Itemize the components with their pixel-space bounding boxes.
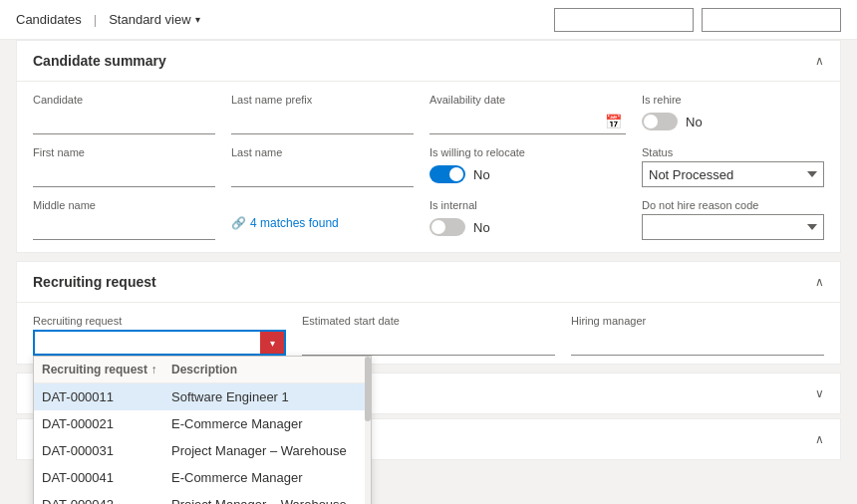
- dropdown-list-item[interactable]: DAT-000041E-Commerce Manager: [34, 464, 371, 491]
- is-willing-toggle-knob: [449, 167, 463, 181]
- is-internal-value: No: [473, 220, 490, 235]
- view-label: Standard view: [109, 12, 190, 27]
- sort-icon: ↑: [150, 363, 156, 377]
- top-bar: Candidates | Standard view ▾: [0, 0, 857, 40]
- is-internal-toggle-knob: [431, 220, 445, 234]
- candidate-summary-header[interactable]: Candidate summary ∧: [17, 41, 840, 82]
- is-internal-toggle[interactable]: [429, 218, 465, 236]
- dropdown-item-id: DAT-000041: [42, 470, 171, 485]
- col-header-description: Description: [171, 363, 363, 377]
- hiring-manager-label: Hiring manager: [571, 315, 824, 327]
- is-internal-label: Is internal: [429, 199, 626, 211]
- middle-name-field: Middle name: [33, 199, 215, 240]
- recruiting-request-input-wrapper: ▾: [33, 330, 286, 356]
- view-selector[interactable]: Standard view ▾: [109, 12, 199, 27]
- search-input-1[interactable]: [554, 8, 694, 32]
- dropdown-list-item[interactable]: DAT-000021E-Commerce Manager: [34, 410, 371, 437]
- is-rehire-value: No: [686, 115, 703, 129]
- recruiting-request-header[interactable]: Recruiting request ∧: [17, 262, 840, 303]
- dropdown-item-description: Software Engineer 1: [171, 389, 363, 404]
- estimated-start-input[interactable]: [302, 330, 555, 356]
- recruiting-request-dropdown-list: Recruiting request ↑ Description DAT-000…: [33, 356, 372, 504]
- dropdown-chevron-icon: ▾: [270, 338, 275, 349]
- recruiting-request-title: Recruiting request: [33, 274, 156, 290]
- recruiting-request-toggle-icon: ∧: [815, 275, 824, 289]
- hiring-manager-field: Hiring manager: [571, 315, 824, 356]
- availability-date-input[interactable]: 11/20/2020 12:00:00 AM: [433, 114, 601, 128]
- dropdown-item-id: DAT-000042: [42, 497, 171, 504]
- is-internal-field: Is internal No: [429, 199, 626, 240]
- dropdown-list-item[interactable]: DAT-000011Software Engineer 1: [34, 383, 371, 410]
- recruiting-request-section: Recruiting request ∧ Recruiting request …: [16, 261, 841, 365]
- dropdown-scrollbar-thumb: [365, 357, 371, 421]
- is-rehire-toggle[interactable]: [642, 113, 678, 130]
- availability-date-label: Availability date: [429, 94, 626, 106]
- estimated-start-field: Estimated start date: [302, 315, 555, 356]
- status-label: Status: [642, 146, 824, 158]
- do-not-hire-label: Do not hire reason code: [642, 199, 824, 211]
- dropdown-list-item[interactable]: DAT-000031Project Manager – Warehouse: [34, 437, 371, 464]
- last-name-input[interactable]: Kennedy: [231, 161, 414, 187]
- is-willing-toggle[interactable]: [429, 165, 465, 183]
- calendar-icon[interactable]: 📅: [605, 114, 622, 129]
- estimated-start-label: Estimated start date: [302, 315, 555, 327]
- candidate-summary-section: Candidate summary ∧ Candidate Last name …: [16, 40, 841, 253]
- col-header-request: Recruiting request ↑: [42, 363, 171, 377]
- page-title: Candidates: [16, 12, 82, 27]
- candidate-summary-form: Candidate Last name prefix Availability …: [17, 82, 840, 252]
- dropdown-items-container: DAT-000011Software Engineer 1DAT-000021E…: [34, 383, 371, 504]
- matches-link[interactable]: 🔗 4 matches found: [231, 216, 414, 230]
- recruiting-request-dropdown-button[interactable]: ▾: [260, 332, 284, 354]
- is-willing-field: Is willing to relocate No: [429, 146, 626, 187]
- dropdown-item-description: Project Manager – Warehouse: [171, 497, 363, 504]
- dropdown-item-description: Project Manager – Warehouse: [171, 443, 363, 458]
- view-chevron-icon: ▾: [195, 14, 200, 25]
- recruiting-request-input[interactable]: [35, 336, 260, 351]
- recruiting-request-label: Recruiting request: [33, 315, 286, 327]
- is-rehire-toggle-knob: [644, 115, 658, 128]
- do-not-hire-field: Do not hire reason code: [642, 199, 824, 240]
- do-not-hire-select[interactable]: [642, 214, 824, 240]
- recruiting-request-field: Recruiting request ▾ Recruiting request …: [33, 315, 286, 356]
- candidate-summary-title: Candidate summary: [33, 53, 166, 69]
- dropdown-scrollbar[interactable]: [365, 357, 371, 504]
- status-field: Status Not Processed: [642, 146, 824, 187]
- middle-name-label: Middle name: [33, 199, 215, 211]
- section-below-2-toggle-icon: ∧: [815, 432, 824, 446]
- dropdown-item-id: DAT-000021: [42, 416, 171, 431]
- is-willing-value: No: [473, 167, 490, 182]
- first-name-label: First name: [33, 146, 215, 158]
- recruiting-form-grid: Recruiting request ▾ Recruiting request …: [17, 303, 840, 364]
- last-name-prefix-input[interactable]: [231, 109, 414, 134]
- matches-icon: 🔗: [231, 216, 246, 230]
- candidate-summary-toggle-icon: ∧: [815, 54, 824, 68]
- dropdown-item-description: E-Commerce Manager: [171, 416, 363, 431]
- dropdown-list-header: Recruiting request ↑ Description: [34, 357, 371, 383]
- candidate-label: Candidate: [33, 94, 215, 106]
- search-input-2[interactable]: [702, 8, 841, 32]
- middle-name-input[interactable]: [33, 214, 215, 240]
- is-rehire-field: Is rehire No: [642, 94, 824, 134]
- is-internal-toggle-row: No: [429, 214, 626, 240]
- candidate-field: Candidate: [33, 94, 215, 134]
- dropdown-item-id: DAT-000011: [42, 389, 171, 404]
- last-name-label: Last name: [231, 146, 414, 158]
- main-content: Candidate summary ∧ Candidate Last name …: [0, 40, 857, 480]
- matches-spacer: [231, 199, 414, 211]
- dropdown-list-item[interactable]: DAT-000042Project Manager – Warehouse: [34, 491, 371, 504]
- hiring-manager-input[interactable]: [571, 330, 824, 356]
- is-rehire-label: Is rehire: [642, 94, 824, 106]
- dropdown-item-id: DAT-000031: [42, 443, 171, 458]
- last-name-prefix-label: Last name prefix: [231, 94, 414, 106]
- matches-text: 4 matches found: [250, 216, 339, 230]
- status-select[interactable]: Not Processed: [642, 161, 824, 187]
- candidate-input[interactable]: [33, 109, 215, 134]
- is-rehire-toggle-row: No: [642, 109, 824, 134]
- matches-field: 🔗 4 matches found: [231, 199, 414, 240]
- separator: |: [94, 12, 97, 27]
- dropdown-item-description: E-Commerce Manager: [171, 470, 363, 485]
- is-willing-label: Is willing to relocate: [429, 146, 626, 158]
- first-name-input[interactable]: Claire: [33, 161, 215, 187]
- availability-date-field: Availability date 11/20/2020 12:00:00 AM…: [429, 94, 626, 134]
- last-name-field: Last name Kennedy: [231, 146, 414, 187]
